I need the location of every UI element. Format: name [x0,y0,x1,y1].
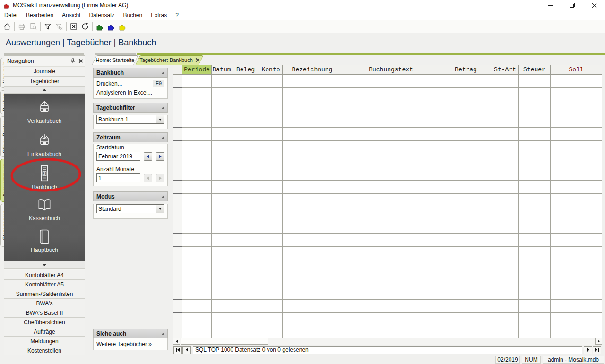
home-button[interactable] [1,21,13,32]
section-modus-header[interactable]: Modus [93,191,168,201]
refresh-button[interactable] [79,21,91,32]
book-item-einkaufsbuch[interactable]: Einkaufsbuch [4,132,85,157]
navigation-pane-header: Navigation [4,56,85,67]
column-header-beleg[interactable]: Beleg [232,65,259,75]
puzzle-yellow-button[interactable] [117,21,128,32]
tab-tagebuecher-bankbuch[interactable]: Tagebücher: Bankbuch [138,55,201,65]
restore-button[interactable] [562,0,583,10]
menu-extras[interactable]: Extras [147,12,171,18]
column-header-datum[interactable]: Datum [212,65,232,75]
menu-help[interactable]: ? [171,12,183,18]
months-decrease-button[interactable] [144,174,152,182]
close-pane-icon[interactable] [78,59,82,63]
nav-item-chefuebersichten[interactable]: Chefübersichten [4,318,85,327]
close-tab-icon[interactable] [196,58,199,62]
drucken-command[interactable]: Drucken... F9 [94,79,167,88]
first-record-icon [176,348,177,352]
column-header-st-art[interactable]: St-Art [492,65,519,75]
tagebuchfilter-select[interactable]: Bankbuch 1 [96,115,164,124]
puzzle-green-icon [95,22,104,31]
toolbar-separator [66,22,67,31]
toolbar-separator [14,22,15,31]
filter-remove-button[interactable] [53,21,65,32]
column-header-betrag[interactable]: Betrag [440,65,492,75]
book-label: Einkaufsbuch [27,151,61,157]
nav-item-summen-saldenlisten[interactable]: Summen-/Saldenlisten [4,289,85,299]
nav-item-kontoblaetter-a4[interactable]: Kontoblätter A4 [4,270,85,280]
scroll-left-button[interactable] [173,338,180,345]
nav-scroll-down[interactable] [4,261,85,269]
toolbar-separator [40,22,41,31]
book-item-kassenbuch[interactable]: Kassenbuch [4,197,85,222]
nav-scroll-up[interactable] [4,87,85,94]
nav-item-journale[interactable]: Journale [4,67,85,77]
column-header-buchungstext[interactable]: Buchungstext [342,65,440,75]
print-preview-button[interactable] [27,21,39,32]
book-label: Verkaufsbuch [27,118,62,124]
section-tagebuchfilter-header[interactable]: Tagebuchfilter [93,103,168,113]
section-siehe-auch-header[interactable]: Siehe auch [93,329,168,338]
startdatum-input[interactable] [96,152,140,161]
minimize-button[interactable] [540,0,562,10]
book-item-verkaufsbuch[interactable]: Verkaufsbuch [4,99,85,124]
journal-grid: Periode Datum Beleg Konto Bezeichnung Bu… [173,65,602,355]
puzzle-blue-icon [107,22,115,31]
grid-body [173,75,602,338]
column-header-konto[interactable]: Konto [259,65,283,75]
nav-item-tagebuecher[interactable]: Tagebücher [4,77,85,87]
months-increase-button[interactable] [156,174,164,182]
scrollbar-thumb[interactable] [181,338,268,345]
menu-datei[interactable]: Datei [0,12,22,18]
filter-button[interactable] [42,21,53,32]
nav-item-bwas[interactable]: BWA's [4,299,85,308]
anzahl-monate-label: Anzahl Monate [96,166,167,173]
selected-value: Bankbuch 1 [97,116,156,123]
nav-item-bwas-basel-ii[interactable]: BWA's Basel II [4,308,85,318]
toolbar [0,20,605,33]
section-bankbuch-header[interactable]: Bankbuch [93,68,168,78]
nav-item-auftraege[interactable]: Aufträge [4,327,85,337]
menu-bearbeiten[interactable]: Bearbeiten [22,12,58,18]
weitere-tagebuecher-link[interactable]: Weitere Tagebücher » [94,338,167,350]
nav-item-meldungen[interactable]: Meldungen [4,337,85,346]
column-header-periode[interactable]: Periode [182,65,212,75]
dropdown-button[interactable] [156,115,164,123]
month-prev-button[interactable] [144,152,152,161]
anzahl-monate-input[interactable] [96,173,140,182]
analysieren-excel-command[interactable]: Analysieren in Excel... [94,88,167,97]
horizontal-scrollbar[interactable] [173,338,602,345]
title-bar: MOS'aik Finanzverwaltung (Firma Muster A… [0,0,605,10]
book-item-bankbuch[interactable]: $ Bankbuch [4,165,85,191]
close-button[interactable] [583,0,605,10]
section-title: Siehe auch [96,330,162,337]
month-next-button[interactable] [156,152,164,161]
pin-icon[interactable] [70,58,75,64]
print-button[interactable] [16,21,27,32]
scroll-right-button[interactable] [595,338,602,345]
nav-item-kontoblaetter-a5[interactable]: Kontoblätter A5 [4,280,85,289]
menu-ansicht[interactable]: Ansicht [58,12,85,18]
first-record-button[interactable] [173,346,182,354]
last-record-button[interactable] [593,346,601,354]
previous-record-button[interactable] [182,346,191,354]
puzzle-green-button[interactable] [94,21,105,32]
section-zeitraum-header[interactable]: Zeitraum [93,132,168,142]
column-header-bezeichnung[interactable]: Bezeichnung [283,65,342,75]
modus-select[interactable]: Standard [96,204,164,213]
menu-buchen[interactable]: Buchen [119,12,147,18]
menu-datensatz[interactable]: Datensatz [85,12,119,18]
nav-item-kostenstellen[interactable]: Kostenstellen [4,346,85,355]
column-header-soll[interactable]: Soll [551,65,602,75]
column-buchungstext [342,75,440,338]
excel-export-button[interactable] [68,21,79,32]
chevron-down-icon [159,119,162,121]
dropdown-button[interactable] [156,205,164,213]
excel-export-icon [69,22,78,31]
book-item-hauptbuch[interactable]: Hauptbuch [4,228,85,253]
nav-pane-splitter[interactable] [4,53,84,55]
column-header-steuer[interactable]: Steuer [519,65,551,75]
collapse-icon [162,333,164,335]
next-record-button[interactable] [584,346,592,354]
puzzle-blue-button[interactable] [105,21,117,32]
tab-home-startseite[interactable]: Home: Startseite [94,55,136,65]
